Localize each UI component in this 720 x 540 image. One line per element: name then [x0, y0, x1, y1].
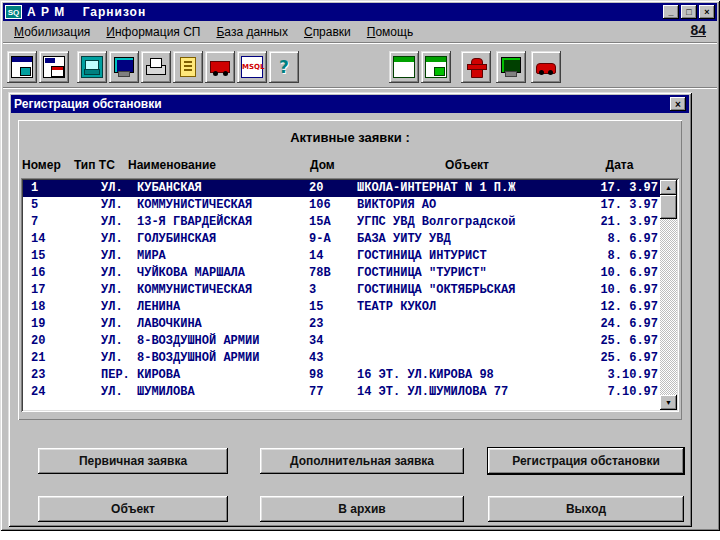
- register-situation-button[interactable]: Регистрация обстановки: [488, 448, 684, 474]
- cell-object: 14 ЭТ. УЛ.ШУМИЛОВА 77: [357, 384, 583, 401]
- cell-type: УЛ.: [93, 197, 137, 214]
- cell-type: УЛ.: [93, 265, 137, 282]
- green-window-icon-1-button[interactable]: [389, 51, 419, 83]
- dialog-title-bar: Регистрация обстановки ×: [11, 95, 689, 113]
- column-header-date: Дата: [578, 158, 661, 172]
- cell-num: 20: [23, 333, 93, 350]
- cell-type: УЛ.: [93, 384, 137, 401]
- cell-num: 24: [23, 384, 93, 401]
- cell-name: КОММУНИСТИЧЕСКАЯ: [137, 197, 309, 214]
- green-monitor-icon: [500, 56, 522, 78]
- switch-window-button[interactable]: [39, 51, 69, 83]
- table-row[interactable]: 24УЛ.ШУМИЛОВА7714 ЭТ. УЛ.ШУМИЛОВА 777.10…: [23, 384, 660, 401]
- additional-request-button[interactable]: Дополнительная заявка: [260, 448, 464, 474]
- cell-object: ГОСТИНИЦА "ТУРИСТ": [357, 265, 583, 282]
- scroll-up-button[interactable]: ▲: [660, 180, 677, 195]
- switch-window-icon: [43, 56, 65, 78]
- dialog-close-button[interactable]: ×: [670, 97, 686, 111]
- minimize-button[interactable]: _: [663, 5, 679, 19]
- cell-name: КОММУНИСТИЧЕСКАЯ: [137, 282, 309, 299]
- msql-button[interactable]: MSQL: [237, 51, 267, 83]
- cell-object: ГОСТИНИЦА ИНТУРИСТ: [357, 248, 583, 265]
- cell-object: [357, 316, 583, 333]
- scroll-down-button[interactable]: ▼: [660, 395, 677, 410]
- cell-object: ГОСТИНИЦА "ОКТЯБРЬСКАЯ: [357, 282, 583, 299]
- cell-date: 24. 6.97: [583, 316, 660, 333]
- cell-type: УЛ.: [93, 350, 137, 367]
- hydrant-button[interactable]: [461, 51, 491, 83]
- cell-date: 8. 6.97: [583, 231, 660, 248]
- cell-type: УЛ.: [93, 316, 137, 333]
- table-row[interactable]: 1УЛ.КУБАНСКАЯ20ШКОЛА-ИНТЕРНАТ N 1 П.Ж17.…: [23, 180, 660, 197]
- cell-type: УЛ.: [93, 231, 137, 248]
- cell-object: [357, 333, 583, 350]
- restore-button[interactable]: □: [681, 5, 697, 19]
- cell-house: 14: [309, 248, 357, 265]
- cell-object: 16 ЭТ. УЛ.КИРОВА 98: [357, 367, 583, 384]
- table-body: 1УЛ.КУБАНСКАЯ20ШКОЛА-ИНТЕРНАТ N 1 П.Ж17.…: [23, 180, 660, 410]
- registration-dialog: Регистрация обстановки × Активные заявки…: [8, 92, 692, 527]
- document-icon: [177, 56, 199, 78]
- cell-date: 7.10.97: [583, 384, 660, 401]
- app-icon: SQ: [5, 5, 22, 19]
- cell-num: 7: [23, 214, 93, 231]
- green-monitor-button[interactable]: [496, 51, 526, 83]
- table-row[interactable]: 14УЛ.ГОЛУБИНСКАЯ9-АБАЗА УИТУ УВД8. 6.97: [23, 231, 660, 248]
- cell-house: 77: [309, 384, 357, 401]
- table-row[interactable]: 15УЛ.МИРА14ГОСТИНИЦА ИНТУРИСТ8. 6.97: [23, 248, 660, 265]
- table-row[interactable]: 5УЛ.КОММУНИСТИЧЕСКАЯ106ВИКТОРИЯ АО17. 3.…: [23, 197, 660, 214]
- toolbar: MSQL?: [3, 46, 717, 88]
- help-button[interactable]: ?: [269, 51, 299, 83]
- cell-name: ШУМИЛОВА: [137, 384, 309, 401]
- menu-item-mobilization[interactable]: Мобилизация: [6, 22, 98, 42]
- cell-name: ЛЕНИНА: [137, 299, 309, 316]
- table-row[interactable]: 17УЛ.КОММУНИСТИЧЕСКАЯ3ГОСТИНИЦА "ОКТЯБРЬ…: [23, 282, 660, 299]
- cell-house: 78В: [309, 265, 357, 282]
- menu-item-database[interactable]: База данных: [208, 22, 295, 42]
- table-row[interactable]: 23ПЕР.КИРОВА9816 ЭТ. УЛ.КИРОВА 983.10.97: [23, 367, 660, 384]
- scroll-thumb[interactable]: [660, 195, 677, 219]
- menu-item-references[interactable]: Справки: [296, 22, 359, 42]
- exit-button[interactable]: Выход: [488, 496, 684, 522]
- fire-truck-button[interactable]: [205, 51, 235, 83]
- menu-bar: МобилизацияИнформация СПБаза данныхСправ…: [3, 22, 717, 43]
- cell-type: ПЕР.: [93, 367, 137, 384]
- toolbar-group-3: [461, 51, 561, 83]
- cell-type: УЛ.: [93, 333, 137, 350]
- help-icon: ?: [273, 56, 295, 78]
- cell-num: 5: [23, 197, 93, 214]
- cell-object: УГПС УВД Волгоградской: [357, 214, 583, 231]
- table-row[interactable]: 21УЛ.8-ВОЗДУШНОЙ АРМИИ4325. 6.97: [23, 350, 660, 367]
- table-row[interactable]: 19УЛ.ЛАВОЧКИНА2324. 6.97: [23, 316, 660, 333]
- table-scrollbar[interactable]: ▲ ▼: [660, 180, 677, 410]
- toolbar-group-0: [7, 51, 69, 83]
- cell-house: 98: [309, 367, 357, 384]
- computer-button[interactable]: [77, 51, 107, 83]
- document-button[interactable]: [173, 51, 203, 83]
- fire-car-button[interactable]: [531, 51, 561, 83]
- printer-button[interactable]: [141, 51, 171, 83]
- green-window-icon-2-button[interactable]: [421, 51, 451, 83]
- monitor-button[interactable]: [109, 51, 139, 83]
- table-row[interactable]: 7УЛ.13-Я ГВАРДЕЙСКАЯ15АУГПС УВД Волгогра…: [23, 214, 660, 231]
- cell-name: ГОЛУБИНСКАЯ: [137, 231, 309, 248]
- cell-name: МИРА: [137, 248, 309, 265]
- close-button[interactable]: ×: [699, 5, 715, 19]
- menu-item-sp-info[interactable]: Информация СП: [98, 22, 208, 42]
- menu-item-help[interactable]: Помощь: [359, 22, 421, 42]
- hydrant-icon: [465, 56, 487, 78]
- cell-object: БАЗА УИТУ УВД: [357, 231, 583, 248]
- cell-date: 10. 6.97: [583, 265, 660, 282]
- cascade-window-button[interactable]: [7, 51, 37, 83]
- cell-num: 14: [23, 231, 93, 248]
- fire-car-icon: [535, 56, 557, 78]
- table-row[interactable]: 16УЛ.ЧУЙКОВА МАРШАЛА78ВГОСТИНИЦА "ТУРИСТ…: [23, 265, 660, 282]
- column-header-type: Тип ТС: [74, 158, 128, 172]
- table-row[interactable]: 20УЛ.8-ВОЗДУШНОЙ АРМИИ3425. 6.97: [23, 333, 660, 350]
- primary-request-button[interactable]: Первичная заявка: [38, 448, 228, 474]
- object-button[interactable]: Объект: [38, 496, 228, 522]
- table-row[interactable]: 18УЛ.ЛЕНИНА15ТЕАТР КУКОЛ12. 6.97: [23, 299, 660, 316]
- archive-button[interactable]: В архив: [260, 496, 464, 522]
- cell-date: 3.10.97: [583, 367, 660, 384]
- cell-num: 16: [23, 265, 93, 282]
